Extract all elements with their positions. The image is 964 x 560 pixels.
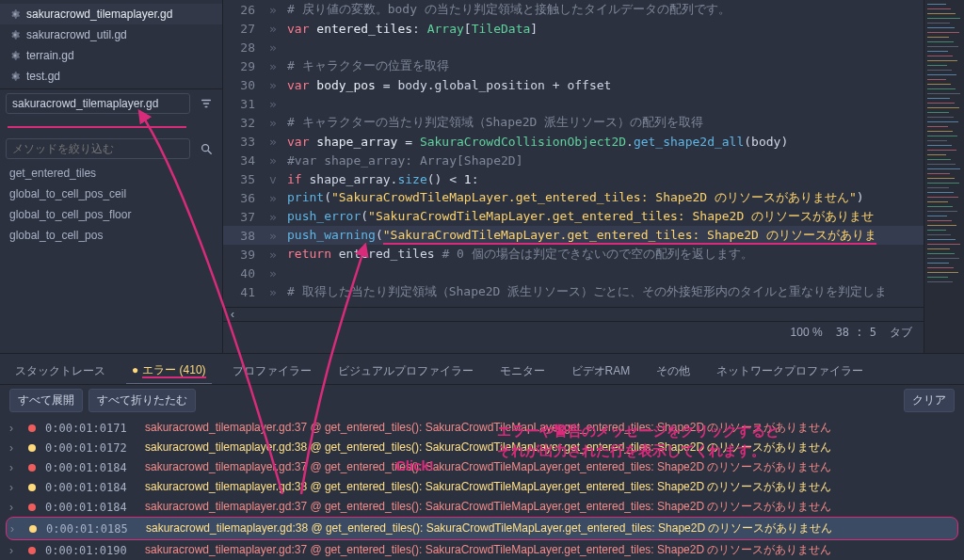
gutter-icon: » xyxy=(261,116,285,130)
severity-dot-icon xyxy=(28,444,36,452)
gutter-icon: » xyxy=(261,248,285,262)
search-icon[interactable] xyxy=(196,138,217,159)
code-line[interactable]: 29»# キャラクターの位置を取得 xyxy=(223,56,924,75)
script-file-name: terrain.gd xyxy=(26,49,74,62)
method-item[interactable]: get_entered_tiles xyxy=(0,163,222,184)
zoom-level[interactable]: 100 % xyxy=(791,326,823,339)
gutter-icon: » xyxy=(261,59,285,73)
line-number: 36 xyxy=(223,191,261,205)
error-timestamp: 0:00:01:0171 xyxy=(45,422,136,435)
code-line[interactable]: 35vif shape_array.size() < 1: xyxy=(223,169,924,188)
debugger-tab[interactable]: その他 xyxy=(651,359,696,384)
horizontal-scrollbar[interactable]: ‹ xyxy=(223,307,924,321)
chevron-right-icon[interactable]: › xyxy=(9,441,19,455)
severity-dot-icon xyxy=(28,464,36,472)
gutter-icon: v xyxy=(261,172,285,186)
script-file-name: test.gd xyxy=(26,70,60,83)
indent-mode[interactable]: タブ xyxy=(890,325,912,341)
line-number: 29 xyxy=(223,59,261,73)
debugger-tab[interactable]: プロファイラー xyxy=(227,359,317,384)
scroll-left-icon[interactable]: ‹ xyxy=(231,308,234,321)
script-file-item[interactable]: terrain.gd xyxy=(0,45,222,66)
gutter-icon: » xyxy=(261,210,285,224)
line-number: 37 xyxy=(223,210,261,224)
code-line[interactable]: 37» push_error("SakuraCrowdTileMapLayer.… xyxy=(223,207,924,226)
gutter-icon: » xyxy=(261,40,285,55)
code-line[interactable]: 26»# 戻り値の変数。body の当たり判定領域と接触したタイルデータの配列で… xyxy=(223,0,924,19)
line-number: 40 xyxy=(223,266,261,280)
method-list[interactable]: get_entered_tilesglobal_to_cell_pos_ceil… xyxy=(0,163,222,246)
line-number: 30 xyxy=(223,78,261,92)
line-number: 33 xyxy=(223,135,261,149)
error-row[interactable]: ›0:00:01:0190sakuracrowd_tilemaplayer.gd… xyxy=(6,540,958,560)
script-file-list[interactable]: sakuracrowd_tilemaplayer.gdsakuracrowd_u… xyxy=(0,0,222,88)
severity-dot-icon xyxy=(28,547,36,554)
chevron-right-icon[interactable]: › xyxy=(9,501,19,514)
code-line[interactable]: 36» print("SakuraCrowdTileMapLayer.get_e… xyxy=(223,188,924,207)
method-item[interactable]: global_to_cell_pos xyxy=(0,225,222,246)
debugger-tab[interactable]: ビジュアルプロファイラー xyxy=(332,359,479,384)
script-file-item[interactable]: sakuracrowd_util.gd xyxy=(0,24,222,45)
script-file-item[interactable]: sakuracrowd_tilemaplayer.gd xyxy=(0,4,222,24)
debugger-tab-label: モニター xyxy=(500,364,545,377)
code-line[interactable]: 38» push_warning("SakuraCrowdTileMapLaye… xyxy=(223,226,924,245)
method-item[interactable]: global_to_cell_pos_ceil xyxy=(0,184,222,204)
sort-icon[interactable] xyxy=(196,93,217,114)
code-line[interactable]: 33»var shape_array = SakuraCrowdCollisio… xyxy=(223,132,924,151)
code-line[interactable]: 39» return entered_tiles # 0 個の場合は判定できない… xyxy=(223,245,924,264)
file-filter-input[interactable] xyxy=(6,93,190,114)
gutter-icon: » xyxy=(261,191,285,205)
script-icon xyxy=(9,29,21,40)
severity-dot-icon xyxy=(29,525,37,533)
error-row[interactable]: ›0:00:01:0185sakuracrowd_tilemaplayer.gd… xyxy=(6,517,958,540)
method-item[interactable]: global_to_cell_pos_floor xyxy=(0,204,222,225)
error-row[interactable]: ›0:00:01:0184sakuracrowd_tilemaplayer.gd… xyxy=(6,477,958,497)
code-line[interactable]: 34»#var shape_array: Array[Shape2D] xyxy=(223,151,924,169)
error-list[interactable]: ›0:00:01:0171sakuracrowd_tilemaplayer.gd… xyxy=(0,416,964,560)
error-timestamp: 0:00:01:0190 xyxy=(45,544,136,557)
collapse-all-button[interactable]: すべて折りたたむ xyxy=(88,389,196,412)
code-editor[interactable]: 26»# 戻り値の変数。body の当たり判定領域と接触したタイルデータの配列で… xyxy=(223,0,924,307)
script-file-item[interactable]: test.gd xyxy=(0,66,222,87)
debugger-tab[interactable]: ネットワークプロファイラー xyxy=(711,359,869,384)
gutter-icon: » xyxy=(261,229,285,243)
svg-point-0 xyxy=(202,145,209,152)
error-row[interactable]: ›0:00:01:0184sakuracrowd_tilemaplayer.gd… xyxy=(6,497,958,517)
gutter-icon: » xyxy=(261,135,285,149)
debugger-tabs[interactable]: スタックトレース●エラー (410)プロファイラービジュアルプロファイラーモニタ… xyxy=(0,354,964,384)
error-timestamp: 0:00:01:0184 xyxy=(45,461,136,474)
code-line[interactable]: 28» xyxy=(223,38,924,56)
code-line[interactable]: 32»# キャラクターの当たり判定領域（Shape2D 派生リソース）の配列を取… xyxy=(223,113,924,132)
script-icon xyxy=(9,50,21,61)
chevron-right-icon[interactable]: › xyxy=(10,522,20,536)
error-row[interactable]: ›0:00:01:0184sakuracrowd_tilemaplayer.gd… xyxy=(6,457,958,477)
error-message: sakuracrowd_tilemaplayer.gd:37 @ get_ent… xyxy=(145,420,955,436)
debugger-tab[interactable]: モニター xyxy=(494,359,551,384)
debugger-tab[interactable]: スタックトレース xyxy=(9,359,111,384)
code-line[interactable]: 30»var body_pos = body.global_position +… xyxy=(223,75,924,94)
error-row[interactable]: ›0:00:01:0171sakuracrowd_tilemaplayer.gd… xyxy=(6,418,958,438)
debugger-tab-label: プロファイラー xyxy=(233,364,312,377)
code-line[interactable]: 31» xyxy=(223,94,924,113)
line-number: 28 xyxy=(223,40,261,55)
line-number: 26 xyxy=(223,3,261,17)
code-line[interactable]: 27»var entered_tiles: Array[TileData] xyxy=(223,19,924,38)
method-filter-input[interactable] xyxy=(6,138,190,159)
chevron-right-icon[interactable]: › xyxy=(9,481,19,494)
chevron-right-icon[interactable]: › xyxy=(9,461,19,474)
gutter-icon: » xyxy=(261,285,285,299)
chevron-right-icon[interactable]: › xyxy=(9,422,19,435)
debugger-tab[interactable]: ●エラー (410) xyxy=(126,358,212,384)
expand-all-button[interactable]: すべて展開 xyxy=(9,389,83,412)
code-line[interactable]: 40» xyxy=(223,264,924,282)
error-row[interactable]: ›0:00:01:0172sakuracrowd_tilemaplayer.gd… xyxy=(6,438,958,457)
minimap[interactable] xyxy=(924,0,964,353)
chevron-right-icon[interactable]: › xyxy=(9,544,19,557)
debugger-tab[interactable]: ビデオRAM xyxy=(566,359,636,384)
debugger-tab-label: その他 xyxy=(656,364,690,377)
warning-dot-icon: ● xyxy=(132,363,138,376)
gutter-icon: » xyxy=(261,78,285,92)
line-number: 39 xyxy=(223,248,261,262)
clear-button[interactable]: クリア xyxy=(904,389,955,412)
code-line[interactable]: 41»# 取得した当たり判定領域（Shape2D 派生リソース）ごとに、その外接… xyxy=(223,282,924,301)
